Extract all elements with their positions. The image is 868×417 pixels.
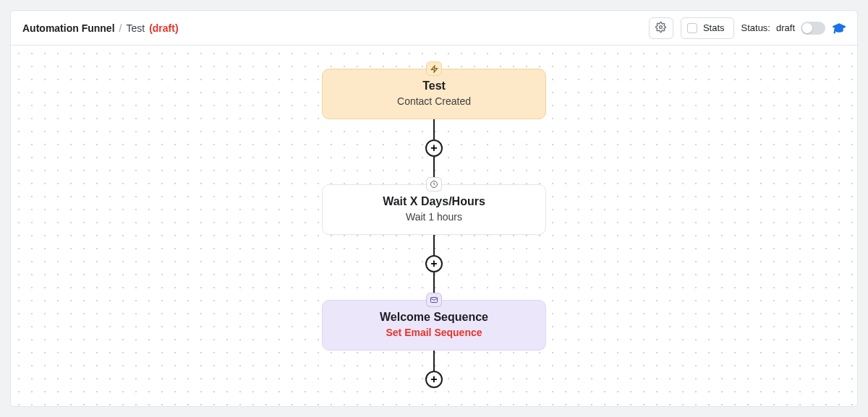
node-subtitle: Set Email Sequence — [334, 327, 534, 338]
topbar: Automation Funnel / Test (draft) Stats S… — [11, 11, 857, 46]
toggle-knob — [802, 23, 812, 33]
topbar-actions: Stats Status: draft — [649, 17, 846, 39]
connector-line — [433, 235, 435, 255]
email-sequence-icon — [426, 293, 442, 307]
node-title: Welcome Sequence — [334, 311, 534, 324]
node-icon-holder — [426, 293, 442, 307]
breadcrumb-draft-tag: (draft) — [149, 22, 178, 34]
clock-icon — [426, 177, 442, 192]
svg-marker-1 — [431, 65, 437, 72]
status-value: draft — [776, 22, 795, 33]
status-indicator: Status: draft — [741, 22, 825, 35]
status-toggle[interactable] — [801, 22, 825, 35]
wait-node[interactable]: Wait X Days/Hours Wait 1 hours — [322, 184, 546, 235]
plus-icon: + — [430, 258, 437, 270]
node-title: Wait X Days/Hours — [334, 195, 534, 208]
connector-line — [433, 157, 435, 177]
connector-line — [433, 272, 435, 293]
breadcrumb-root[interactable]: Automation Funnel — [22, 22, 115, 34]
flow-canvas[interactable]: Test Contact Created + Wait X Days/Hours… — [11, 46, 857, 406]
stats-toggle-button[interactable]: Stats — [681, 17, 734, 39]
stats-checkbox — [687, 23, 697, 33]
stats-label: Stats — [703, 22, 725, 33]
trigger-node[interactable]: Test Contact Created — [322, 69, 546, 119]
plus-icon: + — [430, 374, 437, 385]
help-icon[interactable] — [833, 22, 846, 35]
plus-icon: + — [430, 142, 437, 154]
flow-column: Test Contact Created + Wait X Days/Hours… — [322, 61, 546, 388]
add-step-button[interactable]: + — [425, 139, 443, 157]
add-step-button[interactable]: + — [425, 255, 443, 272]
breadcrumb: Automation Funnel / Test (draft) — [22, 22, 179, 34]
gear-icon — [655, 22, 666, 35]
app-frame: Automation Funnel / Test (draft) Stats S… — [10, 10, 858, 407]
lightning-icon — [426, 61, 442, 76]
node-subtitle: Contact Created — [334, 95, 534, 107]
node-subtitle: Wait 1 hours — [334, 211, 534, 223]
node-icon-holder — [426, 177, 442, 192]
breadcrumb-funnel-name: Test — [126, 22, 145, 34]
settings-button[interactable] — [649, 17, 673, 39]
action-node[interactable]: Welcome Sequence Set Email Sequence — [322, 300, 546, 351]
connector-line — [433, 351, 435, 371]
node-icon-holder — [426, 61, 442, 76]
add-step-button[interactable]: + — [425, 371, 443, 388]
svg-point-0 — [660, 25, 663, 28]
connector-line — [433, 119, 435, 139]
status-prefix: Status: — [741, 22, 770, 33]
breadcrumb-separator: / — [119, 22, 122, 34]
node-title: Test — [334, 79, 534, 93]
